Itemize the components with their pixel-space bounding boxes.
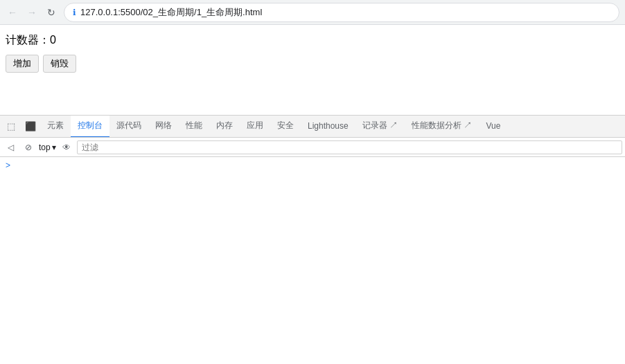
tab-application[interactable]: 应用 <box>240 116 270 138</box>
button-group: 增加 销毁 <box>6 55 619 73</box>
tab-lighthouse[interactable]: Lighthouse <box>301 116 355 138</box>
inspect-element-button[interactable]: ⬚ <box>1 117 21 136</box>
reload-icon: ↻ <box>47 7 55 18</box>
sidebar-toggle-button[interactable]: ◁ <box>3 140 18 155</box>
tab-elements[interactable]: 元素 <box>40 116 71 138</box>
eye-button[interactable]: 👁 <box>59 140 74 155</box>
counter-label: 计数器：0 <box>6 33 619 48</box>
tab-network[interactable]: 网络 <box>148 116 179 138</box>
tab-console[interactable]: 控制台 <box>71 116 109 138</box>
address-bar[interactable]: ℹ 127.0.0.1:5500/02_生命周期/1_生命周期.html <box>64 3 619 22</box>
tab-memory[interactable]: 内存 <box>209 116 240 138</box>
forward-icon: → <box>27 7 37 18</box>
tab-security[interactable]: 安全 <box>270 116 301 138</box>
browser-chrome: ← → ↻ ℹ 127.0.0.1:5500/02_生命周期/1_生命周期.ht… <box>0 0 625 25</box>
console-toolbar: ◁ ⊘ top ▾ 👁 <box>0 138 625 157</box>
device-toolbar-button[interactable]: ⬛ <box>21 117 40 136</box>
context-label: top <box>39 143 51 152</box>
device-icon: ⬛ <box>25 121 36 131</box>
inspect-icon: ⬚ <box>7 121 15 131</box>
console-output: > <box>0 157 625 212</box>
destroy-button[interactable]: 销毁 <box>43 55 76 73</box>
devtools-tabs: ⬚ ⬛ 元素 控制台 源代码 网络 性能 内存 应用 安全 Lighthouse… <box>0 116 625 138</box>
dropdown-icon: ▾ <box>52 143 56 152</box>
info-icon: ℹ <box>73 8 76 17</box>
eye-icon: 👁 <box>62 143 71 152</box>
reload-button[interactable]: ↻ <box>44 6 58 19</box>
devtools-panel: ⬚ ⬛ 元素 控制台 源代码 网络 性能 内存 应用 安全 Lighthouse… <box>0 115 625 212</box>
console-arrow[interactable]: > <box>6 161 10 170</box>
forward-button[interactable]: → <box>25 6 39 19</box>
clear-icon: ⊘ <box>25 143 32 152</box>
add-button[interactable]: 增加 <box>6 55 39 73</box>
filter-input[interactable] <box>77 140 622 154</box>
back-button[interactable]: ← <box>6 6 19 19</box>
url-text: 127.0.0.1:5500/02_生命周期/1_生命周期.html <box>80 6 262 19</box>
tab-performance[interactable]: 性能 <box>179 116 209 138</box>
tab-sources[interactable]: 源代码 <box>109 116 148 138</box>
sidebar-toggle-icon: ◁ <box>8 143 14 152</box>
back-icon: ← <box>8 7 17 18</box>
context-select[interactable]: top ▾ <box>39 143 56 152</box>
clear-console-button[interactable]: ⊘ <box>21 140 36 155</box>
tab-vue[interactable]: Vue <box>479 116 507 138</box>
tab-perf-insights[interactable]: 性能数据分析 ↗ <box>405 116 479 138</box>
page-content: 计数器：0 增加 销毁 <box>0 25 625 115</box>
tab-recorder[interactable]: 记录器 ↗ <box>355 116 405 138</box>
